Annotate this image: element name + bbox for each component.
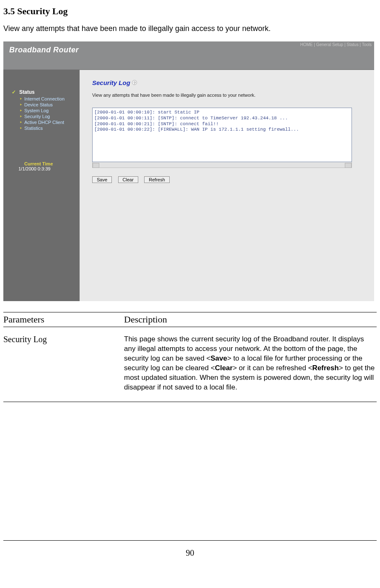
col-description: Description: [124, 312, 377, 327]
desc-text: > or it can be refreshed <: [233, 364, 312, 372]
current-time-label: Current Time: [3, 161, 80, 166]
sidebar: Status Internet Connection Device Status…: [3, 70, 80, 301]
security-log-textarea[interactable]: [2000-01-01 00:00:10]: start Static IP […: [92, 108, 352, 162]
sidebar-item-statistics[interactable]: Statistics: [3, 125, 80, 131]
main-panel: Security Log ? View any attempts that ha…: [80, 70, 374, 301]
page-number: 90: [3, 540, 377, 558]
current-time-value: 1/1/2000 0:3:39: [3, 166, 80, 171]
screenshot-body: Status Internet Connection Device Status…: [3, 70, 374, 301]
nav-tools[interactable]: Tools: [362, 42, 372, 47]
brand-label: Broadband Router: [9, 46, 79, 54]
col-parameters: Parameters: [3, 312, 124, 327]
nav-sep: |: [313, 42, 316, 47]
help-icon[interactable]: ?: [132, 80, 137, 85]
nav-home[interactable]: HOME: [300, 42, 313, 47]
screenshot-header: Broadband Router HOME | General Setup | …: [3, 41, 374, 70]
router-screenshot: Broadband Router HOME | General Setup | …: [3, 41, 374, 301]
page-title: Security Log: [92, 79, 130, 86]
desc-bold-clear: Clear: [215, 364, 233, 372]
param-name-security-log: Security Log: [3, 327, 124, 402]
nav-status[interactable]: Status: [346, 42, 358, 47]
button-row: Save Clear Refresh: [92, 175, 362, 183]
sidebar-item-system-log[interactable]: System Log: [3, 108, 80, 113]
refresh-button[interactable]: Refresh: [144, 176, 170, 183]
sidebar-item-security-log[interactable]: Security Log: [3, 113, 80, 119]
top-nav: HOME | General Setup | Status | Tools: [300, 42, 372, 47]
sidebar-status-heading[interactable]: Status: [3, 89, 80, 95]
clear-button[interactable]: Clear: [118, 176, 138, 183]
scrollbar-horizontal[interactable]: [92, 162, 352, 168]
nav-sep: |: [359, 42, 362, 47]
nav-general-setup[interactable]: General Setup: [316, 42, 344, 47]
sidebar-item-internet-connection[interactable]: Internet Connection: [3, 96, 80, 102]
sidebar-item-active-dhcp-client[interactable]: Active DHCP Client: [3, 119, 80, 125]
page-description: View any attempts that have been made to…: [92, 93, 362, 98]
sidebar-item-device-status[interactable]: Device Status: [3, 102, 80, 108]
parameters-table: Parameters Description Security Log This…: [3, 312, 377, 402]
section-heading: 3.5 Security Log: [3, 6, 377, 17]
desc-bold-refresh: Refresh: [312, 364, 339, 372]
save-button[interactable]: Save: [92, 176, 112, 183]
desc-bold-save: Save: [210, 354, 227, 362]
param-desc-security-log: This page shows the current security log…: [124, 327, 377, 402]
section-intro: View any attempts that have been made to…: [3, 24, 377, 33]
